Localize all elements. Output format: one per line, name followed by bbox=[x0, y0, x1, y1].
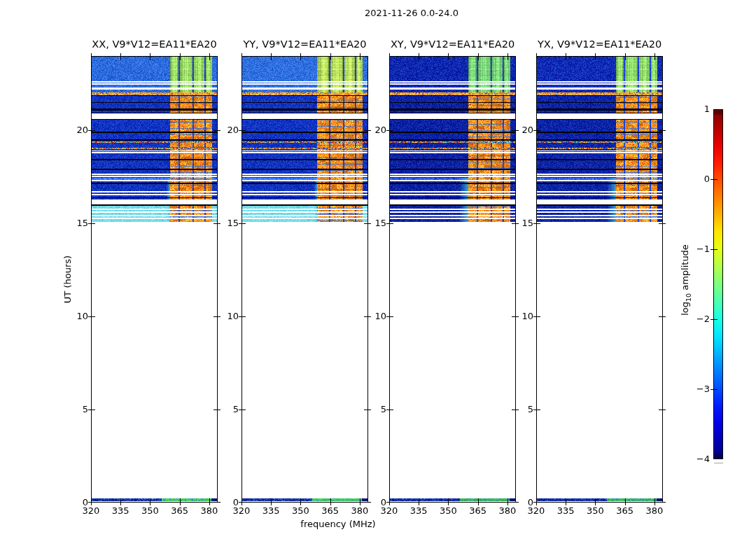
y-tick-label-yx-5: 5 bbox=[508, 404, 533, 415]
y-tick-label-yy-10: 10 bbox=[214, 311, 239, 322]
x-tick-label-xx-335: 335 bbox=[106, 505, 134, 517]
x-tick-label-xy-335: 335 bbox=[405, 505, 433, 517]
y-tick-label-xx-20: 20 bbox=[63, 125, 88, 136]
y-tick-label-xy-10: 10 bbox=[361, 311, 386, 322]
x-tick-label-xy-365: 365 bbox=[464, 505, 492, 517]
x-tick-label-yy-365: 365 bbox=[316, 505, 344, 517]
panel-region-xx bbox=[91, 56, 218, 503]
y-tick-label-xy-5: 5 bbox=[361, 404, 386, 415]
y-tick-label-yx-15: 15 bbox=[508, 218, 533, 229]
x-tick-label-yx-350: 350 bbox=[581, 505, 609, 517]
y-tick-label-xy-15: 15 bbox=[361, 218, 386, 229]
x-tick-label-yy-335: 335 bbox=[257, 505, 285, 517]
y-tick-label-yy-20: 20 bbox=[214, 125, 239, 136]
colorbar-tick-label--1: −1 bbox=[668, 244, 710, 255]
colorbar-tick-label--4: −4 bbox=[668, 454, 710, 465]
colorbar-tick-label--3: −3 bbox=[668, 384, 710, 395]
panel-title-yy: YY, V9*V12=EA11*EA20 bbox=[241, 38, 368, 50]
y-tick-label-xy-20: 20 bbox=[361, 125, 386, 136]
x-tick-label-xy-350: 350 bbox=[434, 505, 462, 517]
y-tick-label-xx-0: 0 bbox=[63, 497, 88, 508]
colorbar-label-subscript: 10 bbox=[685, 293, 692, 302]
panel-region-yx bbox=[536, 56, 663, 503]
y-tick-label-xx-5: 5 bbox=[63, 404, 88, 415]
y-tick-label-yx-10: 10 bbox=[508, 311, 533, 322]
x-tick-label-yx-380: 380 bbox=[640, 505, 668, 517]
panel-region-xy bbox=[389, 56, 516, 503]
colorbar-label: log10 amplitude bbox=[678, 210, 692, 350]
figure-title: 2021-11-26 0.0-24.0 bbox=[342, 8, 482, 19]
y-tick-label-yx-0: 0 bbox=[508, 497, 533, 508]
x-axis-label: frequency (MHz) bbox=[268, 519, 408, 530]
x-tick-label-xx-350: 350 bbox=[136, 505, 164, 517]
colorbar-tick-label-0: 0 bbox=[668, 174, 710, 185]
panel-title-yx: YX, V9*V12=EA11*EA20 bbox=[536, 38, 663, 50]
panel-title-xx: XX, V9*V12=EA11*EA20 bbox=[91, 38, 218, 50]
x-tick-label-yy-350: 350 bbox=[286, 505, 314, 517]
figure: 2021-11-26 0.0-24.0 XX, V9*V12=EA11*EA20… bbox=[0, 0, 735, 560]
colorbar-tick-label-1: 1 bbox=[668, 104, 710, 115]
y-tick-label-xx-10: 10 bbox=[63, 311, 88, 322]
panel-region-yy bbox=[241, 56, 368, 503]
x-tick-label-xx-365: 365 bbox=[166, 505, 194, 517]
colorbar-tick-label--2: −2 bbox=[668, 314, 710, 325]
x-tick-label-yx-365: 365 bbox=[611, 505, 639, 517]
y-tick-label-yx-20: 20 bbox=[508, 125, 533, 136]
y-axis-label: UT (hours) bbox=[61, 209, 75, 349]
y-tick-label-yy-15: 15 bbox=[214, 218, 239, 229]
y-tick-label-xx-15: 15 bbox=[63, 218, 88, 229]
x-tick-label-yx-335: 335 bbox=[552, 505, 580, 517]
y-tick-label-xy-0: 0 bbox=[361, 497, 386, 508]
y-tick-label-yy-0: 0 bbox=[214, 497, 239, 508]
y-tick-label-yy-5: 5 bbox=[214, 404, 239, 415]
panel-title-xy: XY, V9*V12=EA11*EA20 bbox=[389, 38, 516, 50]
